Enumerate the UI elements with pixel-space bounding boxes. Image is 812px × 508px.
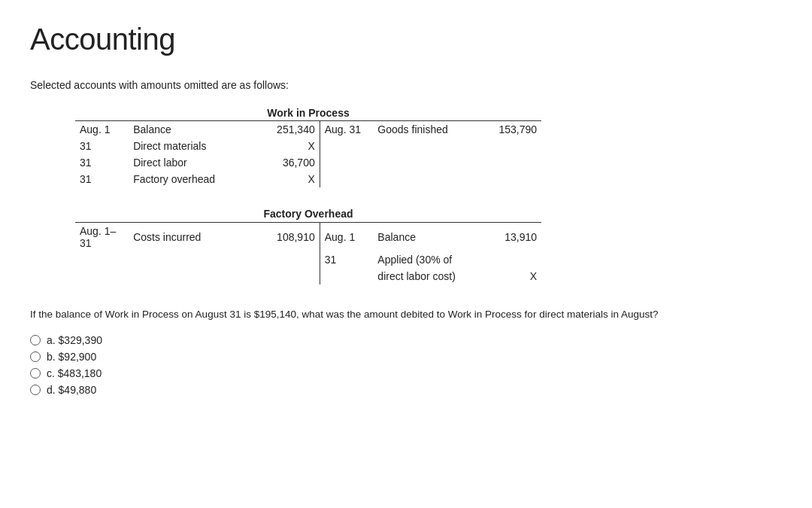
fo-right-label-1: Balance — [373, 223, 472, 252]
fo-right-date-2: 31 — [320, 251, 373, 268]
wip-left-amount-3: 36,700 — [244, 154, 320, 171]
wip-left-date-4: 31 — [75, 171, 129, 187]
wip-right-date-1: Aug. 31 — [320, 121, 373, 138]
wip-left-label-2: Direct materials — [129, 138, 243, 154]
wip-left-label-1: Balance — [129, 121, 243, 138]
fo-left-date-1: Aug. 1–31 — [75, 223, 129, 252]
option-b-value: $92,900 — [59, 351, 97, 363]
fo-right-date-1: Aug. 1 — [320, 223, 373, 252]
fo-right-date-3 — [320, 268, 373, 284]
option-d[interactable]: d. $49,880 — [30, 384, 782, 396]
wip-right-label-1: Goods finished — [373, 121, 472, 138]
option-d-value: $49,880 — [59, 384, 97, 396]
option-a[interactable]: a. $329,390 — [30, 334, 782, 346]
page-title: Accounting — [30, 23, 782, 56]
subtitle: Selected accounts with amounts omitted a… — [30, 79, 782, 91]
wip-left-date-2: 31 — [75, 138, 129, 154]
option-a-value: $329,390 — [59, 334, 102, 346]
option-c[interactable]: c. $483,180 — [30, 367, 782, 379]
fo-left-label-1: Costs incurred — [129, 223, 243, 252]
wip-left-amount-1: 251,340 — [244, 121, 320, 138]
wip-left-label-4: Factory overhead — [129, 171, 243, 187]
radio-c[interactable] — [30, 368, 41, 379]
option-c-value: $483,180 — [58, 367, 102, 379]
wip-left-label-3: Direct labor — [129, 154, 243, 171]
options-list: a. $329,390 b. $92,900 c. $483,180 d. $4… — [30, 334, 782, 396]
radio-b[interactable] — [30, 351, 41, 362]
fo-right-amount-2 — [472, 251, 541, 268]
wip-right-amount-1: 153,790 — [472, 121, 541, 138]
fo-right-label-3: direct labor cost) — [373, 268, 472, 284]
fo-left-amount-1: 108,910 — [244, 223, 320, 252]
radio-d[interactable] — [30, 385, 41, 395]
option-a-letter: a. — [47, 334, 56, 346]
fo-title: Factory Overhead — [75, 205, 541, 223]
wip-left-amount-4: X — [244, 171, 320, 187]
fo-table: Factory Overhead Aug. 1–31 Costs incurre… — [75, 205, 541, 284]
question-text: If the balance of Work in Process on Aug… — [30, 307, 782, 322]
wip-title: Work in Process — [75, 105, 541, 121]
option-b[interactable]: b. $92,900 — [30, 351, 782, 363]
option-d-letter: d. — [47, 384, 56, 396]
fo-right-amount-1: 13,910 — [472, 223, 541, 252]
option-b-letter: b. — [47, 351, 56, 363]
wip-left-amount-2: X — [244, 138, 320, 154]
fo-right-label-2: Applied (30% of — [373, 251, 472, 268]
wip-left-date-3: 31 — [75, 154, 129, 171]
radio-a[interactable] — [30, 335, 41, 345]
wip-left-date-1: Aug. 1 — [75, 121, 129, 138]
wip-table: Work in Process Aug. 1 Balance 251,340 A… — [75, 105, 541, 187]
option-c-letter: c. — [47, 367, 55, 379]
fo-right-amount-3: X — [472, 268, 541, 284]
